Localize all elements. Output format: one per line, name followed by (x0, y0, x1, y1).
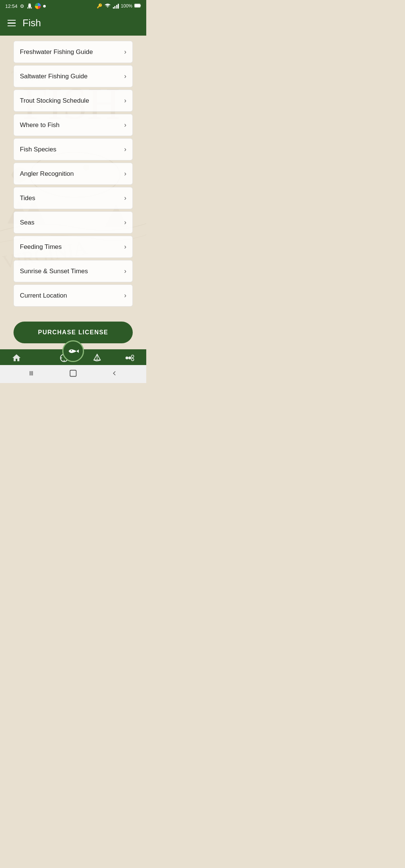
android-icon (27, 3, 33, 9)
chevron-right-icon: › (124, 72, 126, 80)
app-header: Fish (0, 12, 146, 36)
status-bar: 12:54 ⚙ 🔑 100% (0, 0, 146, 12)
recent-apps-button[interactable] (27, 369, 36, 378)
menu-item-label-current-location: Current Location (20, 292, 67, 299)
notification-dot (43, 5, 46, 7)
time-display: 12:54 (5, 3, 18, 9)
home-icon (12, 353, 21, 363)
status-right: 🔑 100% (97, 3, 141, 9)
menu-item-freshwater-fishing-guide[interactable]: Freshwater Fishing Guide › (14, 41, 133, 63)
menu-item-where-to-fish[interactable]: Where to Fish › (14, 114, 133, 136)
svg-rect-22 (70, 370, 76, 377)
menu-item-tides[interactable]: Tides › (14, 187, 133, 209)
menu-item-label-fish-species: Fish Species (20, 146, 56, 153)
menu-item-label-seas: Seas (20, 219, 34, 226)
boat-icon (92, 353, 102, 363)
menu-item-fish-species[interactable]: Fish Species › (14, 138, 133, 160)
fish-fab-button[interactable] (62, 340, 84, 362)
svg-rect-1 (140, 4, 141, 6)
chevron-right-icon: › (124, 97, 126, 105)
bottom-nav (0, 349, 146, 365)
nav-boat[interactable] (81, 353, 114, 363)
menu-item-angler-recognition[interactable]: Angler Recognition › (14, 163, 133, 185)
battery-display: 100% (121, 3, 132, 9)
menu-item-saltwater-fishing-guide[interactable]: Saltwater Fishing Guide › (14, 65, 133, 87)
menu-item-label-where-to-fish: Where to Fish (20, 121, 60, 129)
svg-point-18 (132, 358, 134, 361)
menu-list: Freshwater Fishing Guide › Saltwater Fis… (14, 41, 133, 307)
svg-point-16 (129, 357, 131, 359)
back-button[interactable] (110, 369, 119, 378)
home-circle-button[interactable] (69, 369, 78, 378)
fish-fab-icon (68, 346, 79, 357)
menu-item-label-sunrise-sunset-times: Sunrise & Sunset Times (20, 268, 88, 275)
chevron-right-icon: › (124, 48, 126, 56)
menu-item-trout-stocking-schedule[interactable]: Trout Stocking Schedule › (14, 90, 133, 112)
menu-item-label-saltwater-fishing-guide: Saltwater Fishing Guide (20, 73, 87, 80)
nav-more[interactable] (114, 353, 147, 363)
more-icon (125, 353, 135, 363)
main-content: FISH TRAP VIRGINIA Freshwater Fishing Gu… (0, 36, 146, 314)
chevron-right-icon: › (124, 267, 126, 275)
battery-icon (134, 3, 141, 9)
chevron-right-icon: › (124, 218, 126, 226)
menu-item-seas[interactable]: Seas › (14, 211, 133, 233)
chevron-right-icon: › (124, 170, 126, 178)
status-left: 12:54 ⚙ (5, 3, 46, 9)
chevron-right-icon: › (124, 145, 126, 153)
menu-item-label-feeding-times: Feeding Times (20, 243, 62, 251)
menu-item-feeding-times[interactable]: Feeding Times › (14, 236, 133, 258)
menu-item-sunrise-sunset-times[interactable]: Sunrise & Sunset Times › (14, 260, 133, 282)
svg-rect-2 (135, 4, 140, 7)
key-icon: 🔑 (97, 3, 102, 9)
google-icon (35, 3, 41, 9)
svg-point-17 (132, 355, 134, 358)
settings-icon: ⚙ (20, 3, 24, 9)
system-nav-bar (0, 365, 146, 383)
svg-point-8 (71, 350, 72, 351)
svg-point-15 (126, 357, 128, 359)
wifi-icon (104, 3, 111, 9)
menu-item-label-tides: Tides (20, 195, 35, 202)
menu-item-current-location[interactable]: Current Location › (14, 284, 133, 307)
nav-home[interactable] (0, 353, 33, 363)
hamburger-menu-button[interactable] (8, 20, 16, 27)
chevron-right-icon: › (124, 292, 126, 299)
menu-item-label-angler-recognition: Angler Recognition (20, 170, 74, 178)
chevron-right-icon: › (124, 121, 126, 129)
signal-bars (113, 4, 119, 9)
menu-item-label-trout-stocking-schedule: Trout Stocking Schedule (20, 97, 89, 105)
page-title: Fish (22, 17, 41, 29)
menu-item-label-freshwater-fishing-guide: Freshwater Fishing Guide (20, 48, 93, 56)
chevron-right-icon: › (124, 243, 126, 251)
chevron-right-icon: › (124, 194, 126, 202)
